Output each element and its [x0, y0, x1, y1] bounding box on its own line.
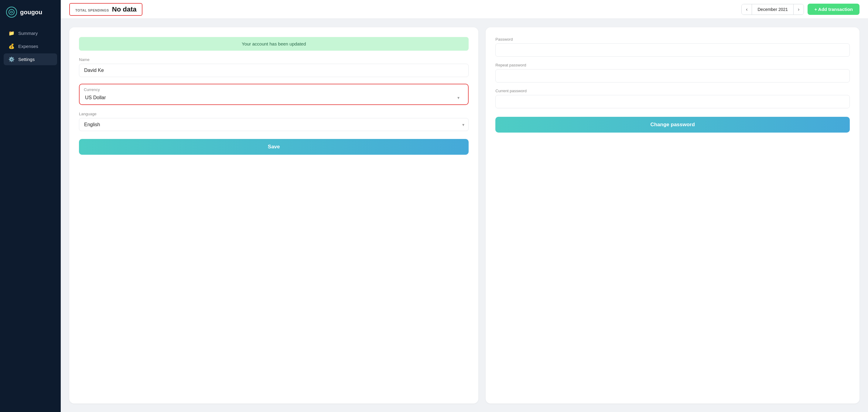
language-field-group: Language English French German Spanish ▾: [79, 112, 469, 131]
summary-icon: 📁: [8, 30, 14, 36]
current-month-label: December 2021: [752, 5, 793, 14]
password-settings-card: Password Repeat password Current passwor…: [486, 27, 860, 404]
language-select-wrapper: English French German Spanish ▾: [79, 118, 469, 131]
currency-select[interactable]: US Dollar Euro British Pound Japanese Ye…: [84, 94, 464, 101]
account-settings-card: Your account has been updated Name Curre…: [69, 27, 478, 404]
repeat-password-field-group: Repeat password: [495, 63, 850, 82]
sidebar-item-settings[interactable]: ⚙️ Settings: [4, 54, 57, 65]
name-input[interactable]: [79, 64, 469, 77]
name-field-group: Name: [79, 57, 469, 77]
topbar: TOTAL SPENDINGS No data ‹ December 2021 …: [61, 0, 868, 19]
success-banner: Your account has been updated: [79, 37, 469, 51]
sidebar: gougou 📁 Summary 💰 Expenses ⚙️ Settings: [0, 0, 61, 412]
password-field-group: Password: [495, 37, 850, 57]
language-select[interactable]: English French German Spanish: [79, 118, 469, 131]
expenses-icon: 💰: [8, 43, 14, 49]
main-area: TOTAL SPENDINGS No data ‹ December 2021 …: [61, 0, 868, 412]
currency-select-wrapper: US Dollar Euro British Pound Japanese Ye…: [84, 94, 464, 101]
language-label: Language: [79, 112, 469, 116]
password-input[interactable]: [495, 43, 850, 57]
name-label: Name: [79, 57, 469, 62]
settings-icon: ⚙️: [8, 57, 14, 62]
currency-label: Currency: [84, 88, 464, 92]
change-password-button[interactable]: Change password: [495, 117, 850, 133]
date-navigator: ‹ December 2021 ›: [741, 4, 804, 15]
content-area: Your account has been updated Name Curre…: [61, 19, 868, 412]
change-password-label: Change password: [650, 122, 694, 128]
repeat-password-label: Repeat password: [495, 63, 850, 67]
prev-month-button[interactable]: ‹: [742, 4, 752, 14]
sidebar-item-settings-label: Settings: [18, 57, 35, 62]
logo-icon: [6, 7, 17, 18]
app-name: gougou: [20, 9, 42, 16]
save-label: Save: [268, 144, 280, 149]
password-label: Password: [495, 37, 850, 41]
current-password-field-group: Current password: [495, 89, 850, 108]
total-spendings-label: TOTAL SPENDINGS: [75, 8, 109, 12]
current-password-label: Current password: [495, 89, 850, 93]
currency-field-group: Currency US Dollar Euro British Pound Ja…: [79, 84, 469, 105]
total-spendings-widget: TOTAL SPENDINGS No data: [69, 3, 143, 16]
add-transaction-button[interactable]: + Add transaction: [808, 4, 860, 15]
add-transaction-label: + Add transaction: [814, 7, 853, 12]
current-password-input[interactable]: [495, 95, 850, 108]
app-logo[interactable]: gougou: [0, 0, 61, 24]
topbar-right: ‹ December 2021 › + Add transaction: [741, 4, 860, 15]
save-button[interactable]: Save: [79, 139, 469, 155]
sidebar-item-summary[interactable]: 📁 Summary: [4, 27, 57, 39]
success-message: Your account has been updated: [242, 41, 306, 46]
svg-point-0: [9, 9, 14, 15]
sidebar-nav: 📁 Summary 💰 Expenses ⚙️ Settings: [0, 24, 61, 68]
sidebar-item-expenses[interactable]: 💰 Expenses: [4, 40, 57, 52]
next-month-button[interactable]: ›: [793, 4, 804, 14]
sidebar-item-expenses-label: Expenses: [18, 44, 38, 49]
sidebar-item-summary-label: Summary: [18, 31, 38, 36]
total-spendings-value: No data: [112, 5, 137, 13]
repeat-password-input[interactable]: [495, 69, 850, 82]
